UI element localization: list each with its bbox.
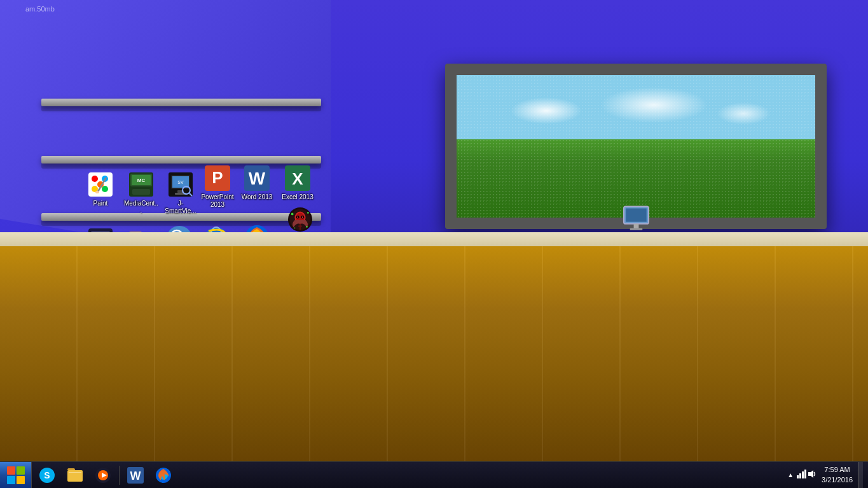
mediacenter-label: MediaCent...: [122, 199, 160, 216]
windows-logo-icon: [6, 466, 25, 485]
word-label: Word 2013: [240, 193, 274, 202]
svg-text:W: W: [249, 169, 266, 188]
elderscrolls-icon-image: [287, 207, 313, 232]
taskbar-pin-word[interactable]: W: [122, 463, 149, 487]
svg-point-64: [307, 212, 309, 214]
clock-area[interactable]: 7:59 AM 3/21/2016: [816, 462, 858, 489]
network-indicator: am.50mb: [25, 5, 55, 13]
word-icon-image: W: [244, 165, 270, 191]
icon-paint[interactable]: Paint: [81, 172, 120, 208]
svg-text:P: P: [212, 168, 223, 187]
desktop: am.50mb Paint: [0, 0, 868, 461]
icon-word[interactable]: W Word 2013: [238, 165, 276, 202]
taskbar-pin-firefox[interactable]: [150, 463, 177, 487]
svg-point-65: [294, 227, 295, 228]
svg-point-61: [297, 216, 298, 218]
svg-rect-82: [67, 470, 83, 482]
taskbar: S W: [0, 461, 868, 488]
taskbar-pin-mediaplayer[interactable]: [90, 463, 116, 487]
svg-rect-70: [626, 209, 645, 221]
picture-clouds: [457, 82, 815, 139]
taskbar-pin-explorer[interactable]: [62, 463, 88, 487]
svg-marker-95: [808, 470, 813, 478]
svg-point-1: [92, 176, 98, 182]
paint-label: Paint: [92, 199, 109, 208]
network-tray-icon[interactable]: [796, 469, 806, 481]
svg-rect-71: [633, 223, 638, 228]
floor: [0, 245, 868, 461]
volume-tray-icon[interactable]: [806, 469, 816, 481]
svg-point-63: [291, 213, 294, 216]
shelf-top: [41, 99, 321, 106]
tray-expand[interactable]: ▲: [785, 471, 796, 478]
svg-text:MC: MC: [137, 178, 146, 183]
show-desktop-button[interactable]: [858, 462, 863, 489]
icon-smartview[interactable]: SV J-SmartVie...: [162, 172, 200, 216]
smartview-icon-image: SV: [168, 172, 193, 197]
clock-time: 7:59 AM: [824, 465, 850, 475]
taskbar-divider: [119, 466, 120, 485]
excel-icon-image: X: [285, 165, 310, 191]
taskbar-pin-skype[interactable]: S: [34, 463, 60, 487]
icon-powerpoint[interactable]: P PowerPoint 2013: [197, 165, 238, 209]
svg-text:S: S: [44, 470, 50, 480]
start-button[interactable]: [0, 462, 32, 489]
icon-excel[interactable]: X Excel 2013: [279, 165, 317, 202]
svg-rect-72: [630, 228, 642, 230]
svg-text:W: W: [130, 470, 141, 482]
svg-rect-78: [7, 476, 15, 484]
svg-rect-92: [799, 473, 801, 478]
svg-rect-91: [797, 475, 799, 478]
svg-rect-83: [69, 472, 81, 473]
taskbar-right: ▲ 7:59 AM 3/21/2016: [780, 462, 868, 489]
svg-rect-77: [17, 466, 25, 475]
icon-mediacenter[interactable]: MC MediaCent...: [122, 172, 160, 216]
smartview-label: J-SmartVie...: [162, 199, 200, 216]
excel-label: Excel 2013: [280, 193, 314, 202]
picture-content: [457, 75, 815, 218]
computer-icon-image: [622, 204, 651, 233]
svg-rect-93: [802, 471, 804, 478]
clock-date: 3/21/2016: [822, 475, 853, 485]
shelf-middle: [41, 156, 321, 164]
svg-rect-76: [7, 466, 15, 475]
paint-icon-image: [88, 172, 113, 197]
baseboard: [0, 232, 868, 246]
svg-point-7: [95, 191, 99, 193]
svg-text:X: X: [292, 169, 303, 188]
taskbar-pinned-area: S W: [32, 462, 179, 489]
svg-rect-12: [132, 189, 150, 195]
network-label: am.50mb: [25, 5, 55, 13]
mediacenter-icon-image: MC: [128, 172, 154, 197]
svg-point-62: [302, 216, 303, 218]
svg-text:SV: SV: [177, 180, 184, 185]
svg-rect-79: [17, 476, 25, 484]
powerpoint-label: PowerPoint 2013: [198, 193, 237, 209]
powerpoint-icon-image: P: [205, 165, 230, 191]
svg-point-66: [306, 226, 308, 228]
